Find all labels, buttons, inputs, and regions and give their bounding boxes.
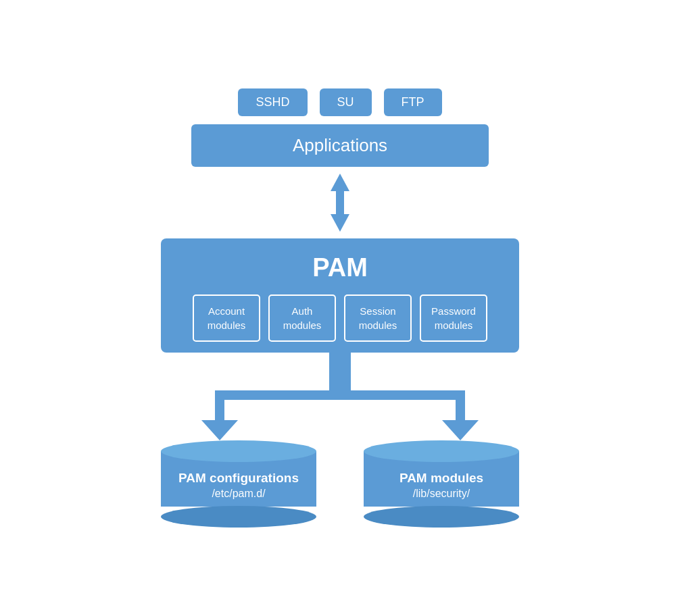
cyl-left-top [161, 440, 316, 462]
cyl-right-bottom [364, 506, 519, 528]
pam-modules-cylinder: PAM modules /lib/security/ [364, 440, 519, 528]
svg-marker-7 [201, 420, 238, 440]
svg-rect-5 [215, 399, 224, 420]
svg-marker-2 [331, 214, 349, 232]
architecture-diagram: SSHD SU FTP Applications PAM Accountmodu… [151, 88, 529, 528]
session-modules-box: Sessionmodules [344, 294, 412, 342]
applications-box: Applications [191, 124, 489, 167]
cyl-right-top [364, 440, 519, 462]
cyl-left-title: PAM configurations [168, 470, 310, 487]
pam-container: PAM Accountmodules Authmodules Sessionmo… [161, 238, 519, 353]
account-modules-box: Accountmodules [193, 294, 260, 342]
svg-rect-4 [215, 390, 465, 400]
cyl-right-text: PAM modules /lib/security/ [364, 462, 519, 507]
svg-rect-1 [336, 190, 344, 214]
pam-configurations-cylinder: PAM configurations /etc/pam.d/ [161, 440, 316, 528]
cyl-right-title: PAM modules [370, 470, 512, 487]
password-modules-box: Passwordmodules [420, 294, 487, 342]
double-arrow [326, 172, 354, 233]
ftp-box: FTP [384, 88, 442, 116]
auth-modules-box: Authmodules [268, 294, 336, 342]
svg-marker-0 [331, 174, 349, 191]
cyl-left-bottom [161, 506, 316, 528]
cyl-right-subtitle: /lib/security/ [370, 488, 512, 500]
cyl-left: PAM configurations /etc/pam.d/ [161, 440, 316, 528]
su-box: SU [320, 88, 372, 116]
cyl-left-subtitle: /etc/pam.d/ [168, 488, 310, 500]
svg-marker-8 [442, 420, 479, 440]
svg-rect-6 [456, 399, 465, 420]
svg-rect-3 [329, 353, 351, 393]
pam-modules-row: Accountmodules Authmodules Sessionmodule… [161, 294, 519, 353]
sshd-box: SSHD [238, 88, 307, 116]
app-icons-row: SSHD SU FTP [238, 88, 441, 116]
pam-title: PAM [161, 238, 519, 294]
cylinders-row: PAM configurations /etc/pam.d/ PAM modul… [161, 440, 519, 528]
cyl-right: PAM modules /lib/security/ [364, 440, 519, 528]
cyl-left-text: PAM configurations /etc/pam.d/ [161, 462, 316, 507]
split-arrow [161, 353, 519, 440]
